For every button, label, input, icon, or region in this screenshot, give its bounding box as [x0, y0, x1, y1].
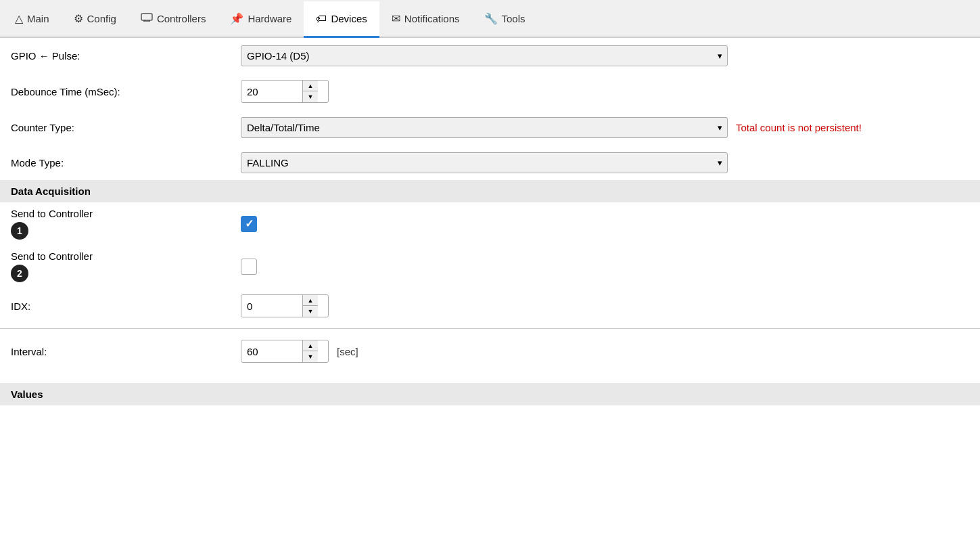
debounce-control: ▲ ▼: [241, 80, 329, 103]
idx-input[interactable]: [241, 296, 302, 316]
idx-up-btn[interactable]: ▲: [303, 295, 318, 306]
idx-label: IDX:: [11, 301, 241, 312]
gpio-select-wrapper: GPIO-14 (D5): [241, 45, 728, 66]
send-to-controller-1-badge: 1: [11, 222, 28, 240]
send-to-controller-2-row: Send to Controller 2: [0, 245, 980, 288]
notifications-icon: ✉: [392, 12, 400, 25]
debounce-input[interactable]: [241, 82, 302, 102]
tab-tools-label: Tools: [502, 13, 526, 24]
send-to-controller-2-checkbox[interactable]: [241, 259, 257, 275]
tab-controllers-label: Controllers: [157, 13, 206, 24]
tab-controllers[interactable]: Controllers: [129, 1, 218, 38]
send-to-controller-1-label-area: Send to Controller 1: [11, 208, 241, 240]
interval-row: Interval: ▲ ▼ [sec]: [0, 333, 980, 370]
tab-notifications[interactable]: ✉ Notifications: [379, 1, 472, 38]
idx-spinner-btns: ▲ ▼: [302, 295, 318, 317]
counter-type-row: Counter Type: Delta/Total/Time Delta Tot…: [0, 110, 980, 145]
counter-type-select-wrapper: Delta/Total/Time Delta Total Time: [241, 117, 728, 138]
tab-hardware[interactable]: 📌 Hardware: [218, 1, 304, 38]
debounce-row: Debounce Time (mSec): ▲ ▼: [0, 73, 980, 110]
main-icon: △: [15, 12, 23, 25]
debounce-spinner: ▲ ▼: [241, 80, 329, 103]
hardware-icon: 📌: [230, 12, 243, 25]
send-to-controller-1-checkbox[interactable]: [241, 216, 257, 232]
mode-type-row: Mode Type: FALLING RISING CHANGE: [0, 145, 980, 180]
content-area: GPIO ← Pulse: GPIO-14 (D5) Debounce Time…: [0, 38, 980, 405]
counter-type-select[interactable]: Delta/Total/Time Delta Total Time: [241, 117, 728, 138]
tab-notifications-label: Notifications: [404, 13, 460, 24]
send-to-controller-2-label: Send to Controller: [11, 250, 241, 262]
interval-up-btn[interactable]: ▲: [303, 340, 318, 351]
debounce-down-btn[interactable]: ▼: [303, 91, 318, 102]
tab-devices-label: Devices: [331, 13, 367, 24]
send-to-controller-2-label-area: Send to Controller 2: [11, 250, 241, 282]
idx-spinner: ▲ ▼: [241, 294, 329, 317]
debounce-label: Debounce Time (mSec):: [11, 86, 241, 97]
spacer: [0, 370, 980, 383]
tab-main[interactable]: △ Main: [3, 1, 62, 38]
values-header: Values: [0, 383, 980, 405]
send-to-controller-1-label: Send to Controller: [11, 208, 241, 219]
send-to-controller-2-badge: 2: [11, 265, 28, 282]
interval-label: Interval:: [11, 346, 241, 357]
devices-icon: 🏷: [316, 13, 327, 25]
interval-input[interactable]: [241, 342, 302, 361]
tab-main-label: Main: [27, 13, 49, 24]
idx-down-btn[interactable]: ▼: [303, 306, 318, 317]
data-acquisition-header: Data Acquisition: [0, 180, 980, 202]
send-to-controller-1-row: Send to Controller 1: [0, 202, 980, 245]
counter-type-label: Counter Type:: [11, 122, 241, 133]
tab-devices[interactable]: 🏷 Devices: [304, 1, 379, 38]
interval-spinner-btns: ▲ ▼: [302, 340, 318, 362]
interval-down-btn[interactable]: ▼: [303, 351, 318, 362]
debounce-spinner-btns: ▲ ▼: [302, 81, 318, 102]
tab-hardware-label: Hardware: [248, 13, 291, 24]
controllers-icon: [141, 13, 153, 25]
interval-spinner: ▲ ▼: [241, 340, 329, 363]
divider: [0, 328, 980, 329]
interval-unit: [sec]: [337, 346, 358, 357]
mode-type-label: Mode Type:: [11, 157, 241, 169]
mode-type-select[interactable]: FALLING RISING CHANGE: [241, 152, 728, 173]
svg-rect-0: [141, 14, 152, 20]
gpio-select[interactable]: GPIO-14 (D5): [241, 45, 728, 66]
config-icon: ⚙: [74, 12, 83, 25]
idx-control: ▲ ▼: [241, 294, 329, 317]
tab-tools[interactable]: 🔧 Tools: [472, 1, 538, 38]
counter-type-warning: Total count is not persistent!: [736, 122, 862, 133]
gpio-control: GPIO-14 (D5): [241, 45, 728, 66]
idx-row: IDX: ▲ ▼: [0, 288, 980, 324]
tools-icon: 🔧: [484, 12, 498, 25]
interval-control: ▲ ▼ [sec]: [241, 340, 358, 363]
debounce-up-btn[interactable]: ▲: [303, 81, 318, 91]
tab-config-label: Config: [87, 13, 116, 24]
gpio-row: GPIO ← Pulse: GPIO-14 (D5): [0, 38, 980, 73]
mode-type-select-wrapper: FALLING RISING CHANGE: [241, 152, 728, 173]
counter-type-control: Delta/Total/Time Delta Total Time Total …: [241, 117, 862, 138]
mode-type-control: FALLING RISING CHANGE: [241, 152, 728, 173]
gpio-label: GPIO ← Pulse:: [11, 50, 241, 62]
tab-bar: △ Main ⚙ Config Controllers 📌 Hardware 🏷…: [0, 0, 980, 38]
tab-config[interactable]: ⚙ Config: [62, 1, 129, 38]
